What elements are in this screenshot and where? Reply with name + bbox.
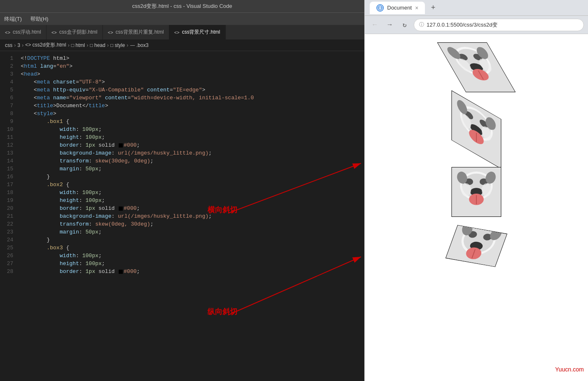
browser-lock-icon: ⓘ xyxy=(419,21,424,28)
browser-tab-close-icon[interactable]: × xyxy=(415,5,418,11)
title-text: css2d变形.html - css - Visual Studio Code xyxy=(132,2,232,10)
browser-tab-title: Document xyxy=(387,5,412,11)
code-line-14: transform: skew(30deg, 0deg); xyxy=(21,157,364,165)
code-line-22: transform: skew(0deg, 30deg); xyxy=(21,220,364,228)
code-line-7: <title>Document</title> xyxy=(21,102,364,110)
breadcrumb-style[interactable]: □ style xyxy=(110,42,125,48)
tabs-bar: <> css浮动.html <> css盒子阴影.html <> css背景图片… xyxy=(0,25,364,39)
tab-css-float[interactable]: <> css浮动.html xyxy=(0,25,46,39)
code-line-5: <meta http-equiv="X-UA-Compatible" conte… xyxy=(21,86,364,94)
tab-css-bg-size[interactable]: <> css背景尺寸.html xyxy=(169,25,226,39)
breadcrumb-3[interactable]: 3 xyxy=(17,42,20,48)
code-line-3: <head> xyxy=(21,70,364,78)
code-area[interactable]: 12345 678910 1112131415 1617181920 21222… xyxy=(0,51,364,381)
code-line-28: border: 1px solid #000; xyxy=(21,268,364,275)
tab-label-float: css浮动.html xyxy=(13,29,41,36)
code-line-19: height: 100px; xyxy=(21,197,364,204)
tab-icon-bg-size: <> xyxy=(174,30,180,35)
breadcrumb-head[interactable]: □ head xyxy=(90,42,105,48)
browser-new-tab-icon[interactable]: + xyxy=(431,4,435,12)
browser-content: Yuucn.com xyxy=(365,34,588,381)
breadcrumb-file[interactable]: <> css2d变形.html xyxy=(25,42,66,49)
browser-titlebar: Document × + xyxy=(365,0,588,16)
svg-point-40 xyxy=(461,183,471,196)
browser-panel: Document × + ← → ↻ ⓘ 127.0.0.1:5500/css/… xyxy=(364,0,588,381)
menu-help[interactable]: 帮助(H) xyxy=(30,15,49,23)
code-line-11: height: 100px; xyxy=(21,133,364,141)
browser-refresh-button[interactable]: ↻ xyxy=(399,19,410,31)
tab-label-bg-repeat: css背景图片重复.html xyxy=(116,29,164,36)
tab-icon-shadow: <> xyxy=(51,30,57,35)
browser-address-text: 127.0.0.1:5500/css/3/css2d变 xyxy=(427,21,498,29)
browser-globe-icon xyxy=(376,4,384,12)
tab-icon-float: <> xyxy=(5,30,10,35)
code-line-1: <!DOCTYPE html> xyxy=(21,54,364,62)
browser-tab[interactable]: Document × xyxy=(370,2,425,14)
browser-back-button[interactable]: ← xyxy=(369,19,381,31)
code-line-2: <html lang="en"> xyxy=(21,62,364,70)
line-numbers: 12345 678910 1112131415 1617181920 21222… xyxy=(0,51,17,381)
code-line-9: .box1 { xyxy=(21,118,364,125)
code-line-24: } xyxy=(21,236,364,244)
code-line-15: margin: 50px; xyxy=(21,165,364,173)
breadcrumb: css › 3 › <> css2d变形.html › □ html › □ h… xyxy=(0,39,364,51)
code-line-6: <meta name="viewport" content="width=dev… xyxy=(21,94,364,102)
tab-icon-bg-repeat: <> xyxy=(108,30,113,35)
code-line-12: border: 1px solid #000; xyxy=(21,141,364,149)
breadcrumb-box3[interactable]: ⸻ .box3 xyxy=(130,42,149,48)
code-line-25: .box3 { xyxy=(21,244,364,252)
code-line-27: height: 100px; xyxy=(21,260,364,268)
code-line-8: <style> xyxy=(21,110,364,118)
browser-navbar: ← → ↻ ⓘ 127.0.0.1:5500/css/3/css2d变 xyxy=(365,16,588,34)
browser-address-bar[interactable]: ⓘ 127.0.0.1:5500/css/3/css2d变 xyxy=(414,19,584,31)
dog-box1 xyxy=(437,42,515,92)
breadcrumb-css[interactable]: css xyxy=(5,42,12,48)
code-line-21: background-image: url(/imges/husky_littl… xyxy=(21,212,364,220)
tab-label-shadow: css盒子阴影.html xyxy=(59,29,98,36)
code-line-23: margin: 50px; xyxy=(21,228,364,236)
watermark: Yuucn.com xyxy=(555,366,584,373)
code-line-10: width: 100px; xyxy=(21,125,364,133)
code-line-4: <meta charset="UTF-8"> xyxy=(21,78,364,86)
tab-label-bg-size: css背景尺寸.html xyxy=(182,29,220,36)
code-line-26: width: 100px; xyxy=(21,252,364,260)
code-line-20: border: 1px solid #000; xyxy=(21,204,364,212)
editor-panel: css2d变形.html - css - Visual Studio Code … xyxy=(0,0,364,381)
tab-css-shadow[interactable]: <> css盒子阴影.html xyxy=(46,25,103,39)
code-line-16: } xyxy=(21,173,364,181)
code-line-13: background-image: url(/imges/husky_littl… xyxy=(21,149,364,157)
svg-point-41 xyxy=(482,183,492,196)
browser-forward-button[interactable]: → xyxy=(384,19,395,31)
tab-css-bg-repeat[interactable]: <> css背景图片重复.html xyxy=(103,25,169,39)
dog-box4 xyxy=(445,225,507,267)
dog-box3-container xyxy=(451,167,501,217)
code-content[interactable]: <!DOCTYPE html> <html lang="en"> <head> … xyxy=(17,51,364,381)
dog-box2-container xyxy=(451,105,501,155)
title-bar: css2d变形.html - css - Visual Studio Code xyxy=(0,0,364,12)
breadcrumb-html[interactable]: □ html xyxy=(71,42,85,48)
dog-box2 xyxy=(451,90,501,169)
dog-box1-container xyxy=(451,42,501,92)
dog-box3 xyxy=(451,167,501,217)
menu-terminal[interactable]: 终端(T) xyxy=(4,15,22,23)
code-line-17: .box2 { xyxy=(21,181,364,189)
dog-box4-container xyxy=(451,229,501,263)
code-line-18: width: 100px; xyxy=(21,189,364,197)
menu-bar: 终端(T) 帮助(H) xyxy=(0,12,364,25)
